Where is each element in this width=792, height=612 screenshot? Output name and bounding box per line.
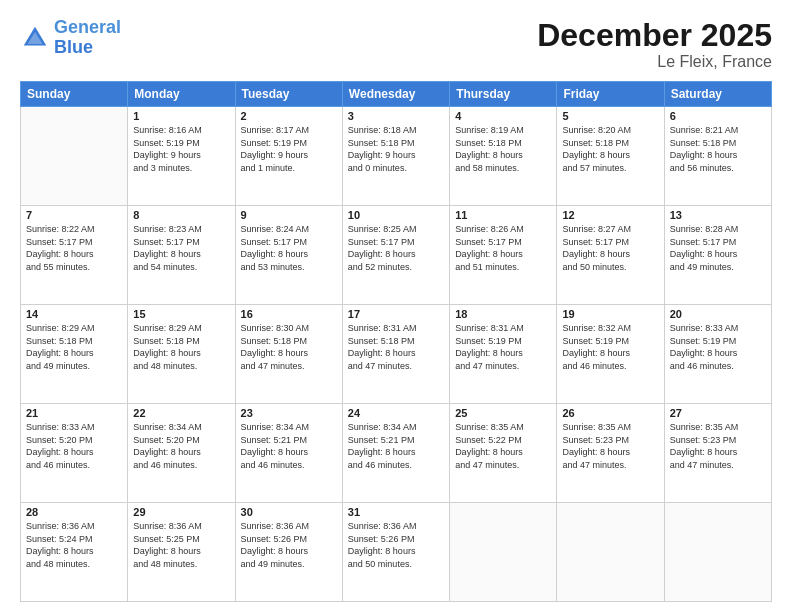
daylight-line1: Daylight: 8 hours [670, 149, 766, 162]
daylight-line1: Daylight: 8 hours [26, 248, 122, 261]
daylight-line1: Daylight: 8 hours [133, 248, 229, 261]
daylight-line1: Daylight: 8 hours [670, 347, 766, 360]
day-number: 9 [241, 209, 337, 221]
day-number: 27 [670, 407, 766, 419]
sunset-line: Sunset: 5:19 PM [670, 335, 766, 348]
day-detail: Sunrise: 8:16 AMSunset: 5:19 PMDaylight:… [133, 124, 229, 174]
day-cell: 16Sunrise: 8:30 AMSunset: 5:18 PMDayligh… [235, 305, 342, 404]
daylight-line1: Daylight: 8 hours [455, 347, 551, 360]
sunset-line: Sunset: 5:17 PM [562, 236, 658, 249]
daylight-line1: Daylight: 9 hours [348, 149, 444, 162]
sunrise-line: Sunrise: 8:23 AM [133, 223, 229, 236]
sunset-line: Sunset: 5:20 PM [133, 434, 229, 447]
day-number: 21 [26, 407, 122, 419]
header-row: SundayMondayTuesdayWednesdayThursdayFrid… [21, 82, 772, 107]
day-cell: 4Sunrise: 8:19 AMSunset: 5:18 PMDaylight… [450, 107, 557, 206]
day-number: 20 [670, 308, 766, 320]
day-detail: Sunrise: 8:30 AMSunset: 5:18 PMDaylight:… [241, 322, 337, 372]
day-number: 4 [455, 110, 551, 122]
sunset-line: Sunset: 5:19 PM [241, 137, 337, 150]
daylight-line2: and 47 minutes. [562, 459, 658, 472]
day-detail: Sunrise: 8:17 AMSunset: 5:19 PMDaylight:… [241, 124, 337, 174]
sunrise-line: Sunrise: 8:24 AM [241, 223, 337, 236]
day-number: 8 [133, 209, 229, 221]
day-cell: 30Sunrise: 8:36 AMSunset: 5:26 PMDayligh… [235, 503, 342, 602]
sunset-line: Sunset: 5:25 PM [133, 533, 229, 546]
daylight-line1: Daylight: 8 hours [133, 545, 229, 558]
daylight-line2: and 54 minutes. [133, 261, 229, 274]
sunrise-line: Sunrise: 8:17 AM [241, 124, 337, 137]
daylight-line1: Daylight: 8 hours [133, 347, 229, 360]
day-detail: Sunrise: 8:28 AMSunset: 5:17 PMDaylight:… [670, 223, 766, 273]
sunset-line: Sunset: 5:26 PM [241, 533, 337, 546]
day-cell: 20Sunrise: 8:33 AMSunset: 5:19 PMDayligh… [664, 305, 771, 404]
sunset-line: Sunset: 5:18 PM [26, 335, 122, 348]
sunset-line: Sunset: 5:20 PM [26, 434, 122, 447]
day-detail: Sunrise: 8:36 AMSunset: 5:25 PMDaylight:… [133, 520, 229, 570]
sunset-line: Sunset: 5:18 PM [670, 137, 766, 150]
day-detail: Sunrise: 8:24 AMSunset: 5:17 PMDaylight:… [241, 223, 337, 273]
logo-text: General Blue [54, 18, 121, 58]
sunrise-line: Sunrise: 8:19 AM [455, 124, 551, 137]
daylight-line1: Daylight: 8 hours [455, 446, 551, 459]
sunset-line: Sunset: 5:18 PM [348, 335, 444, 348]
daylight-line2: and 49 minutes. [241, 558, 337, 571]
header-cell-tuesday: Tuesday [235, 82, 342, 107]
day-cell: 24Sunrise: 8:34 AMSunset: 5:21 PMDayligh… [342, 404, 449, 503]
day-number: 1 [133, 110, 229, 122]
day-number: 2 [241, 110, 337, 122]
day-cell [450, 503, 557, 602]
sunset-line: Sunset: 5:18 PM [562, 137, 658, 150]
daylight-line1: Daylight: 8 hours [348, 347, 444, 360]
sunset-line: Sunset: 5:21 PM [241, 434, 337, 447]
daylight-line2: and 46 minutes. [241, 459, 337, 472]
day-cell [557, 503, 664, 602]
day-number: 7 [26, 209, 122, 221]
header-cell-saturday: Saturday [664, 82, 771, 107]
daylight-line1: Daylight: 8 hours [670, 248, 766, 261]
daylight-line1: Daylight: 8 hours [241, 545, 337, 558]
sunrise-line: Sunrise: 8:33 AM [670, 322, 766, 335]
daylight-line2: and 46 minutes. [348, 459, 444, 472]
day-detail: Sunrise: 8:31 AMSunset: 5:18 PMDaylight:… [348, 322, 444, 372]
day-cell: 31Sunrise: 8:36 AMSunset: 5:26 PMDayligh… [342, 503, 449, 602]
day-number: 18 [455, 308, 551, 320]
day-cell: 3Sunrise: 8:18 AMSunset: 5:18 PMDaylight… [342, 107, 449, 206]
daylight-line2: and 46 minutes. [133, 459, 229, 472]
day-cell: 15Sunrise: 8:29 AMSunset: 5:18 PMDayligh… [128, 305, 235, 404]
daylight-line1: Daylight: 8 hours [562, 446, 658, 459]
day-cell: 2Sunrise: 8:17 AMSunset: 5:19 PMDaylight… [235, 107, 342, 206]
daylight-line1: Daylight: 8 hours [26, 347, 122, 360]
sunset-line: Sunset: 5:17 PM [348, 236, 444, 249]
daylight-line2: and 57 minutes. [562, 162, 658, 175]
day-number: 23 [241, 407, 337, 419]
sunset-line: Sunset: 5:26 PM [348, 533, 444, 546]
daylight-line2: and 49 minutes. [670, 261, 766, 274]
day-detail: Sunrise: 8:18 AMSunset: 5:18 PMDaylight:… [348, 124, 444, 174]
daylight-line1: Daylight: 8 hours [455, 248, 551, 261]
day-number: 16 [241, 308, 337, 320]
sunrise-line: Sunrise: 8:34 AM [241, 421, 337, 434]
daylight-line1: Daylight: 8 hours [26, 446, 122, 459]
daylight-line1: Daylight: 8 hours [348, 446, 444, 459]
sunset-line: Sunset: 5:17 PM [26, 236, 122, 249]
sunrise-line: Sunrise: 8:31 AM [455, 322, 551, 335]
sunset-line: Sunset: 5:23 PM [670, 434, 766, 447]
logo-icon [20, 23, 50, 53]
sunrise-line: Sunrise: 8:34 AM [348, 421, 444, 434]
sunrise-line: Sunrise: 8:20 AM [562, 124, 658, 137]
day-detail: Sunrise: 8:27 AMSunset: 5:17 PMDaylight:… [562, 223, 658, 273]
daylight-line2: and 0 minutes. [348, 162, 444, 175]
day-number: 31 [348, 506, 444, 518]
day-number: 29 [133, 506, 229, 518]
daylight-line2: and 48 minutes. [133, 558, 229, 571]
sunset-line: Sunset: 5:17 PM [241, 236, 337, 249]
daylight-line1: Daylight: 8 hours [241, 347, 337, 360]
daylight-line2: and 1 minute. [241, 162, 337, 175]
day-cell: 25Sunrise: 8:35 AMSunset: 5:22 PMDayligh… [450, 404, 557, 503]
day-cell: 17Sunrise: 8:31 AMSunset: 5:18 PMDayligh… [342, 305, 449, 404]
day-detail: Sunrise: 8:35 AMSunset: 5:22 PMDaylight:… [455, 421, 551, 471]
day-number: 30 [241, 506, 337, 518]
day-detail: Sunrise: 8:36 AMSunset: 5:24 PMDaylight:… [26, 520, 122, 570]
header-cell-wednesday: Wednesday [342, 82, 449, 107]
